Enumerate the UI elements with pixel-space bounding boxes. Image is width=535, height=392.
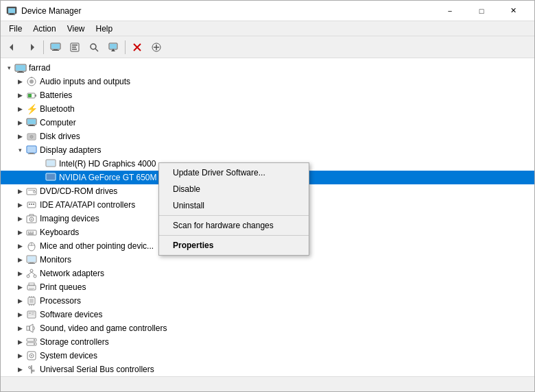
svg-point-99 [34, 339, 35, 341]
ctx-update-driver[interactable]: Update Driver Software... [159, 164, 309, 181]
storage-expand[interactable]: ▶ [14, 336, 25, 347]
processors-icon [25, 295, 38, 306]
software-label: Software devices [40, 310, 102, 319]
tree-item-audio[interactable]: ▶ Audio inputs and outputs [1, 75, 534, 88]
svg-rect-26 [16, 65, 25, 71]
tree-item-usb[interactable]: ▶ Universal Serial Bus controllers [1, 363, 534, 376]
svg-rect-37 [29, 125, 34, 125]
back-button[interactable] [3, 39, 21, 56]
minimize-button[interactable]: − [434, 1, 466, 21]
maximize-button[interactable]: □ [466, 1, 497, 21]
root-expand[interactable]: ▾ [3, 62, 14, 73]
software-expand[interactable]: ▶ [14, 309, 25, 320]
usb-label: Universal Serial Bus controllers [40, 365, 154, 374]
status-bar [1, 376, 534, 391]
ctx-disable[interactable]: Disable [159, 181, 309, 197]
root-icon [14, 62, 27, 73]
tree-item-display[interactable]: ▾ Display adapters [1, 143, 534, 157]
tree-item-disk[interactable]: ▶ Disk drives [1, 130, 534, 143]
print-icon [25, 282, 38, 293]
system-icon [25, 350, 38, 361]
svg-rect-38 [28, 125, 35, 126]
svg-rect-48 [47, 160, 55, 166]
computer-expand[interactable]: ▶ [14, 117, 25, 128]
ctx-uninstall[interactable]: Uninstall [159, 197, 309, 214]
tree-root[interactable]: ▾ farrad [1, 61, 534, 75]
svg-rect-36 [27, 119, 36, 124]
ctx-properties[interactable]: Properties [159, 237, 309, 254]
sound-expand[interactable]: ▶ [14, 323, 25, 334]
system-expand[interactable]: ▶ [14, 350, 25, 361]
print-expand[interactable]: ▶ [14, 282, 25, 293]
network-label: Network adapters [40, 269, 104, 278]
tree-item-bluetooth[interactable]: ▶ ⚡ Bluetooth [1, 102, 534, 116]
svg-rect-65 [28, 234, 34, 235]
usb-expand[interactable]: ▶ [14, 364, 25, 375]
context-menu: Update Driver Software... Disable Uninst… [158, 162, 309, 256]
sound-icon [25, 323, 38, 334]
tree-item-sound[interactable]: ▶ Sound, video and game controllers [1, 321, 534, 335]
keyboards-expand[interactable]: ▶ [14, 227, 25, 238]
svg-rect-70 [27, 256, 36, 262]
svg-rect-14 [72, 49, 77, 50]
tree-item-print[interactable]: ▶ Print queues [1, 280, 534, 294]
menu-action[interactable]: Action [27, 23, 61, 35]
svg-rect-64 [32, 232, 34, 233]
svg-point-73 [30, 269, 33, 272]
svg-rect-83 [29, 299, 34, 303]
svg-rect-46 [28, 154, 35, 154]
forward-button[interactable] [23, 39, 40, 56]
menu-help[interactable]: Help [91, 23, 119, 35]
processors-expand[interactable]: ▶ [14, 295, 25, 306]
menu-file[interactable]: File [3, 23, 27, 35]
tree-item-processors[interactable]: ▶ Processors [1, 294, 534, 308]
close-button[interactable]: ✕ [497, 1, 529, 21]
imaging-label: Imaging devices [40, 214, 99, 223]
display-expand[interactable]: ▾ [14, 145, 25, 156]
mice-icon [25, 241, 38, 252]
tree-item-computer[interactable]: ▶ Computer [1, 116, 534, 130]
audio-expand[interactable]: ▶ [14, 76, 25, 87]
root-label: farrad [29, 63, 50, 73]
svg-rect-13 [72, 47, 76, 48]
uninstall-btn[interactable] [128, 39, 146, 56]
properties-btn[interactable] [66, 39, 84, 56]
monitors-icon [25, 254, 38, 265]
tree-item-storage[interactable]: ▶ Storage controllers [1, 335, 534, 349]
system-label: System devices [40, 351, 97, 360]
menu-view[interactable]: View [62, 23, 91, 35]
svg-line-76 [28, 272, 32, 275]
svg-marker-4 [10, 44, 13, 51]
tree-item-system[interactable]: ▶ System devices [1, 349, 534, 363]
tree-item-network[interactable]: ▶ Network adapters [1, 267, 534, 280]
svg-rect-63 [30, 232, 32, 233]
svg-point-53 [34, 191, 36, 193]
ctx-scan[interactable]: Scan for hardware changes [159, 217, 309, 234]
ctx-separator-2 [159, 235, 309, 236]
dvd-expand[interactable]: ▶ [14, 186, 25, 197]
svg-rect-62 [28, 232, 29, 233]
update-driver-btn[interactable] [104, 39, 122, 56]
svg-point-100 [34, 343, 35, 345]
imaging-expand[interactable]: ▶ [14, 213, 25, 224]
scan-hardware-btn[interactable] [85, 39, 103, 56]
batteries-expand[interactable]: ▶ [14, 90, 25, 101]
bluetooth-expand[interactable]: ▶ [14, 103, 25, 114]
bluetooth-icon: ⚡ [25, 103, 38, 114]
ide-expand[interactable]: ▶ [14, 199, 25, 210]
intel-label: Intel(R) HD Graphics 4000 [59, 159, 156, 169]
batteries-icon [25, 90, 38, 101]
ide-icon [25, 199, 38, 210]
computer-icon-btn[interactable] [47, 39, 64, 56]
monitors-expand[interactable]: ▶ [14, 254, 25, 265]
svg-rect-33 [28, 94, 32, 97]
svg-line-16 [95, 49, 98, 51]
add-legacy-btn[interactable] [147, 39, 165, 56]
intel-placeholder [34, 158, 45, 169]
disk-expand[interactable]: ▶ [14, 131, 25, 142]
mice-expand[interactable]: ▶ [14, 241, 25, 252]
network-expand[interactable]: ▶ [14, 268, 25, 279]
tree-item-software[interactable]: ▶ Software devices [1, 308, 534, 321]
tree-item-batteries[interactable]: ▶ Batteries [1, 88, 534, 102]
svg-rect-71 [29, 262, 34, 263]
